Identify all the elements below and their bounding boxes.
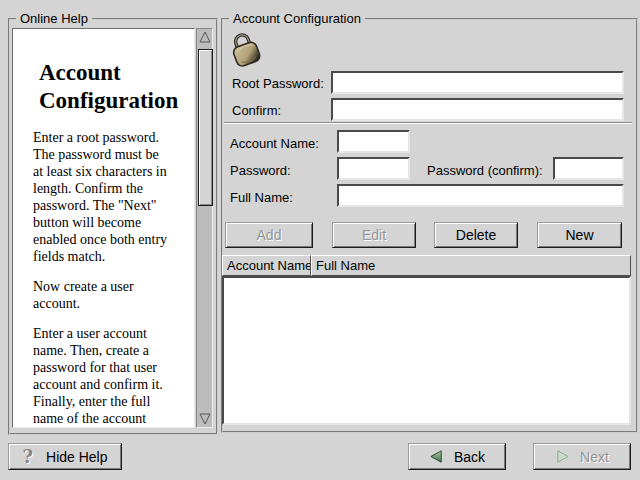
online-help-frame-label: Online Help: [16, 11, 92, 26]
up-arrow-icon[interactable]: [199, 31, 211, 43]
next-button-label: Next: [580, 449, 609, 465]
padlock-icon: [227, 29, 263, 69]
hide-help-button-label: Hide Help: [46, 449, 107, 465]
password-confirm-label: Password (confirm):: [427, 164, 543, 178]
root-password-input[interactable]: [331, 71, 624, 94]
account-name-label: Account Name:: [230, 137, 319, 151]
account-configuration-frame-label: Account Configuration: [229, 11, 365, 26]
back-button[interactable]: Back: [408, 443, 506, 470]
password-label: Password:: [230, 164, 291, 178]
new-button[interactable]: New: [537, 222, 622, 248]
question-mark-icon: ?: [22, 449, 33, 465]
add-button-label: Add: [257, 227, 282, 243]
section-separator: [224, 122, 632, 124]
full-name-label: Full Name:: [230, 191, 293, 205]
full-name-input[interactable]: [337, 184, 624, 207]
column-header-full-name[interactable]: Full Name: [311, 255, 631, 276]
back-button-label: Back: [454, 449, 485, 465]
help-scrollbar[interactable]: [196, 28, 213, 428]
edit-button-label: Edit: [362, 227, 386, 243]
password-confirm-input[interactable]: [553, 157, 624, 180]
delete-button[interactable]: Delete: [434, 222, 518, 248]
password-input[interactable]: [337, 157, 410, 180]
confirm-label: Confirm:: [232, 104, 281, 118]
down-arrow-icon[interactable]: [199, 413, 211, 425]
edit-button[interactable]: Edit: [332, 222, 416, 248]
help-title: Account Configuration: [39, 59, 186, 115]
hide-help-button[interactable]: ? Hide Help: [8, 443, 122, 470]
confirm-password-input[interactable]: [331, 98, 624, 121]
help-content: Account Configuration Enter a root passw…: [13, 59, 194, 427]
new-button-label: New: [565, 227, 593, 243]
account-name-input[interactable]: [337, 130, 410, 153]
root-password-label: Root Password:: [232, 77, 324, 91]
next-button[interactable]: Next: [533, 443, 631, 470]
column-header-account-name[interactable]: Account Name: [222, 255, 311, 276]
add-button[interactable]: Add: [225, 222, 313, 248]
help-text-viewport: Account Configuration Enter a root passw…: [12, 28, 195, 428]
right-arrow-icon: [555, 449, 570, 464]
scrollbar-thumb[interactable]: [198, 49, 213, 206]
accounts-list[interactable]: [222, 276, 631, 425]
left-arrow-icon: [429, 449, 444, 464]
help-paragraph: Enter a user account name. Then, create …: [33, 325, 194, 427]
delete-button-label: Delete: [456, 227, 496, 243]
installer-window: Online Help Account Configuration Enter …: [0, 0, 640, 480]
help-paragraph: Now create a user account.: [33, 278, 194, 312]
help-paragraph: Enter a root password. The password must…: [33, 129, 194, 265]
